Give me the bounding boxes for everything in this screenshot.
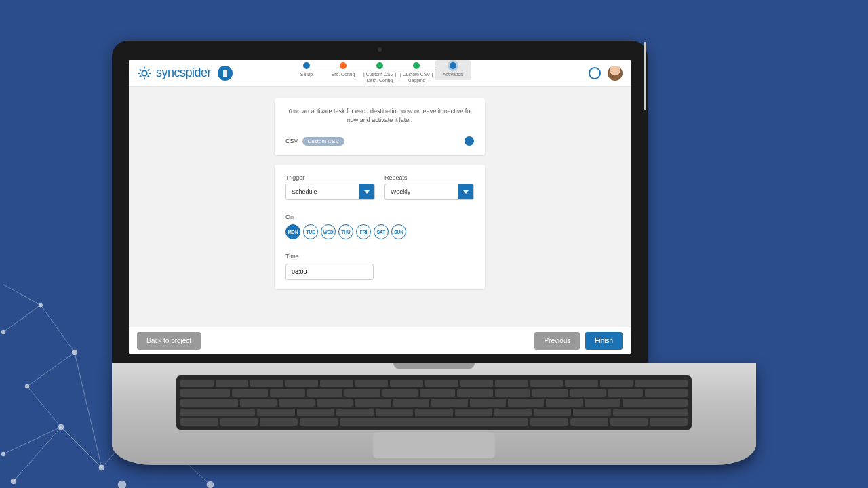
app-body: You can activate task for each destinati…: [129, 87, 631, 327]
svg-point-24: [142, 70, 146, 75]
destination-label: CSV: [285, 138, 298, 144]
svg-line-0: [14, 427, 61, 481]
svg-line-4: [41, 305, 75, 352]
activation-toggle[interactable]: [465, 136, 474, 146]
svg-point-12: [11, 479, 16, 484]
spider-icon: [137, 66, 152, 81]
svg-point-22: [1, 452, 5, 456]
brand-name: syncspider: [156, 66, 211, 80]
svg-line-6: [27, 386, 61, 427]
back-to-project-button[interactable]: Back to project: [137, 332, 201, 350]
laptop-keyboard: [176, 375, 692, 430]
user-avatar[interactable]: [608, 66, 623, 81]
laptop-camera: [378, 47, 382, 52]
help-icon[interactable]: [589, 67, 601, 79]
app-header: syncspider Setup Sr: [129, 60, 631, 87]
step-src-config[interactable]: Src. Config: [325, 62, 361, 77]
svg-point-13: [58, 424, 64, 430]
svg-line-11: [3, 305, 41, 332]
svg-point-21: [118, 481, 126, 488]
laptop-trackpad: [373, 432, 495, 458]
activation-card: You can activate task for each destinati…: [275, 98, 485, 155]
home-icon: [221, 69, 229, 77]
svg-line-1: [61, 427, 102, 468]
svg-line-3: [27, 352, 75, 386]
svg-point-18: [39, 303, 43, 307]
step-dest-config[interactable]: [ Custom CSV ] Dest. Config: [361, 62, 398, 83]
trigger-field: Trigger Schedule: [285, 174, 375, 200]
destination-row: CSV Custom CSV: [285, 136, 474, 146]
day-wed[interactable]: WED: [321, 224, 336, 239]
wizard-stepper: Setup Src. Config [ Custom CSV ] Dest. C…: [288, 62, 471, 83]
day-fri[interactable]: FRI: [356, 224, 371, 239]
laptop-base: [112, 363, 756, 465]
svg-line-7: [75, 352, 102, 468]
svg-point-14: [99, 465, 104, 470]
svg-point-17: [72, 350, 77, 355]
day-thu[interactable]: THU: [338, 224, 353, 239]
step-setup[interactable]: Setup: [288, 62, 325, 77]
chevron-down-icon: [359, 184, 374, 199]
brand-logo[interactable]: syncspider: [137, 66, 211, 81]
previous-button[interactable]: Previous: [534, 332, 580, 350]
svg-line-10: [3, 427, 61, 454]
laptop-mockup: syncspider Setup Sr: [112, 41, 756, 465]
schedule-card: Trigger Schedule Repeats Weekly: [275, 165, 485, 289]
time-label: Time: [285, 253, 299, 260]
svg-point-20: [207, 481, 214, 488]
repeats-field: Repeats Weekly: [384, 174, 474, 200]
days-selector: MON TUE WED THU FRI SAT SUN: [285, 224, 474, 239]
svg-point-23: [1, 330, 5, 334]
step-mapping[interactable]: [ Custom CSV ] Mapping: [398, 62, 435, 83]
on-label: On: [285, 214, 294, 220]
home-button[interactable]: [218, 66, 233, 81]
finish-button[interactable]: Finish: [585, 332, 623, 350]
trigger-select[interactable]: Schedule: [285, 184, 375, 200]
day-sun[interactable]: SUN: [391, 224, 406, 239]
step-activation[interactable]: Activation: [435, 60, 471, 79]
day-mon[interactable]: MON: [285, 224, 300, 239]
svg-line-5: [3, 285, 41, 305]
activation-info: You can activate task for each destinati…: [285, 107, 474, 124]
day-sat[interactable]: SAT: [374, 224, 389, 239]
time-input[interactable]: 03:00: [285, 264, 374, 280]
day-tue[interactable]: TUE: [303, 224, 318, 239]
repeats-select[interactable]: Weekly: [384, 184, 474, 200]
destination-pill: Custom CSV: [302, 137, 344, 146]
app-footer: Back to project Previous Finish: [129, 327, 631, 354]
chevron-down-icon: [458, 184, 473, 199]
svg-point-16: [25, 384, 29, 388]
